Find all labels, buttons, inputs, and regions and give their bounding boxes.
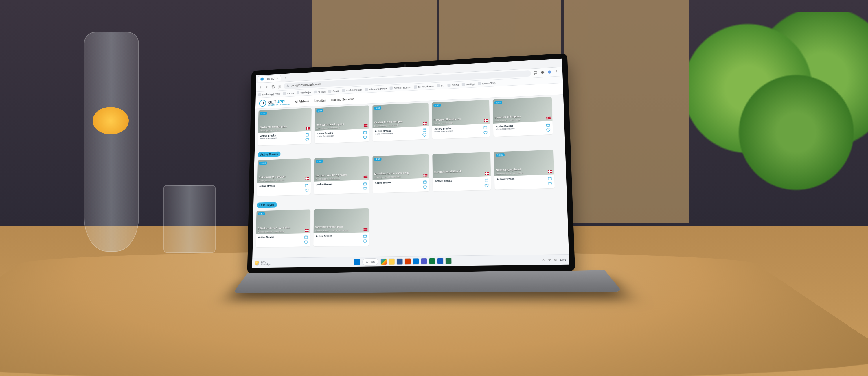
nav-all-videos[interactable]: All Videos (295, 99, 309, 103)
video-card[interactable]: 5 Øvelser udenfor bilenStående øvelser –… (313, 208, 369, 246)
calendar-icon[interactable] (363, 234, 367, 238)
bookmark-item[interactable]: Green Ship (478, 81, 496, 85)
bookmark-item[interactable]: Salvie (329, 89, 339, 93)
svg-point-5 (557, 72, 557, 73)
bookmark-item[interactable]: SG (437, 84, 445, 87)
taskbar-search[interactable]: Søg (362, 258, 378, 265)
nav-training-sessions[interactable]: Training Sessions (331, 97, 354, 101)
wifi-icon[interactable] (548, 258, 552, 262)
heart-icon[interactable] (363, 239, 367, 243)
svg-rect-0 (287, 86, 289, 87)
heart-icon[interactable] (305, 138, 309, 142)
new-tab-button[interactable]: ＋ (282, 74, 288, 81)
calendar-icon[interactable] (546, 123, 550, 127)
start-button[interactable] (354, 258, 360, 265)
brand-logo[interactable]: U GETUPP POWERED BY MOVEMENT (259, 98, 290, 107)
app-icon-1[interactable] (381, 258, 387, 264)
calendar-icon[interactable] (305, 183, 308, 187)
video-card[interactable]: 4:405 øvelser til skuldreneSkuldre – med… (432, 100, 490, 139)
flag-dk-icon (364, 176, 368, 179)
svg-rect-17 (363, 235, 366, 238)
browser-tab[interactable]: Log ind × (257, 74, 281, 82)
video-card[interactable]: 8:50Exercises for the whole bodyStanding… (373, 154, 429, 193)
forward-icon[interactable] (265, 85, 269, 89)
duration-badge: 8:22 (374, 106, 381, 110)
svg-rect-7 (364, 131, 367, 134)
app-icon-9[interactable] (445, 257, 452, 264)
calendar-icon[interactable] (305, 133, 309, 137)
bookmark-item[interactable]: Simpler Human (390, 86, 411, 90)
bookmark-item[interactable]: MT Workwear (414, 85, 434, 89)
folder-icon (478, 82, 481, 85)
heart-icon[interactable] (305, 189, 308, 193)
chevron-up-icon[interactable] (541, 258, 546, 262)
flag-dk-icon (548, 170, 552, 173)
reload-icon[interactable] (271, 85, 275, 89)
video-card[interactable]: Introduktion til ElastikActive Breaks (432, 152, 491, 191)
nav-favorites[interactable]: Favorites (314, 99, 326, 102)
card-subtitle: Hele kroppen – uden udstyr (316, 126, 363, 129)
heart-icon[interactable] (363, 135, 367, 139)
folder-icon (283, 92, 286, 95)
video-card[interactable]: 11:00Cirkeltræning 5 øvelserElastik, bas… (257, 158, 311, 196)
extensions-icon[interactable] (540, 70, 546, 75)
card-title: Cirkeltræning 5 øvelser (259, 175, 305, 179)
profile-icon[interactable] (548, 70, 552, 74)
bookmark-item[interactable]: GetUpp (462, 83, 475, 86)
menu-icon[interactable] (555, 69, 560, 74)
app-icon-6[interactable] (421, 258, 427, 264)
bookmark-item[interactable]: Grafisk Design (342, 88, 362, 92)
video-card[interactable]: 10:30Nakke, ryg og lændLiggende øvelser … (494, 150, 555, 190)
calendar-icon[interactable] (423, 128, 427, 132)
calendar-icon[interactable] (363, 182, 367, 186)
video-card[interactable]: 4:405 øvelser til kroppenHele kroppen – … (493, 97, 553, 137)
taskbar-weather[interactable]: 13°C Mest skyet (255, 260, 271, 265)
bookmark-item[interactable]: Marketing | Trello (258, 92, 280, 96)
tab-close-icon[interactable]: × (276, 76, 278, 80)
video-card[interactable]: 8:50Øvelser til hele kroppenHele kroppen… (314, 105, 369, 144)
heart-icon[interactable] (485, 183, 489, 188)
taskbar-lang[interactable]: DAN (560, 258, 566, 261)
heart-icon[interactable] (546, 128, 550, 132)
video-card[interactable]: 8:50Øvelser til hele kroppenHele kroppen… (258, 108, 312, 146)
calendar-icon[interactable] (484, 178, 489, 182)
calendar-icon[interactable] (423, 180, 427, 184)
card-body: Active BreaksMaria Rasmussen (373, 126, 429, 141)
bookmark-label: Canva (287, 92, 294, 95)
calendar-icon[interactable] (304, 235, 308, 239)
bookmark-item[interactable]: Officio (447, 83, 459, 87)
calendar-icon[interactable] (548, 177, 552, 181)
app-icon-2[interactable] (389, 258, 395, 265)
section-chip-last-played[interactable]: Last Played (257, 202, 277, 208)
heart-icon[interactable] (304, 240, 308, 244)
app-icon-4[interactable] (405, 258, 411, 264)
bookmark-item[interactable]: AI tools (314, 90, 326, 93)
taskbar-right: DAN (541, 258, 566, 262)
heart-icon[interactable] (423, 133, 427, 137)
card-category: Active Breaks (497, 177, 515, 181)
video-card[interactable]: 8:22Øvelser til hele kroppenElastik træn… (372, 103, 429, 142)
back-icon[interactable] (258, 85, 263, 90)
heart-icon[interactable] (423, 185, 427, 189)
volume-icon[interactable] (554, 258, 558, 261)
bookmark-item[interactable]: Canva (283, 92, 294, 95)
calendar-icon[interactable] (363, 130, 367, 134)
home-icon[interactable] (277, 84, 281, 89)
app-icon-3[interactable] (397, 258, 403, 264)
bookmark-label: AI tools (318, 90, 326, 93)
video-card[interactable]: 6:075 Øvelser du kan lave i bilenSiddend… (256, 210, 310, 247)
card-title: 5 Øvelser du kan lave i bilen (258, 226, 304, 230)
calendar-icon[interactable] (483, 126, 487, 130)
app-icon-5[interactable] (413, 258, 419, 264)
cast-icon[interactable] (533, 70, 538, 75)
section-chip-active-breaks[interactable]: Active Breaks (257, 151, 280, 157)
card-category: Active Breaks (258, 236, 274, 239)
app-icon-8[interactable] (437, 258, 444, 264)
video-card[interactable]: 7:44Lår, ben, skuldre og nakkeElastik øv… (314, 156, 369, 194)
bookmark-item[interactable]: Milestone Invest (365, 87, 387, 91)
heart-icon[interactable] (363, 187, 367, 191)
heart-icon[interactable] (548, 182, 552, 186)
bookmark-item[interactable]: Værktøjer (297, 91, 311, 95)
heart-icon[interactable] (484, 130, 488, 134)
app-icon-7[interactable] (429, 258, 435, 264)
